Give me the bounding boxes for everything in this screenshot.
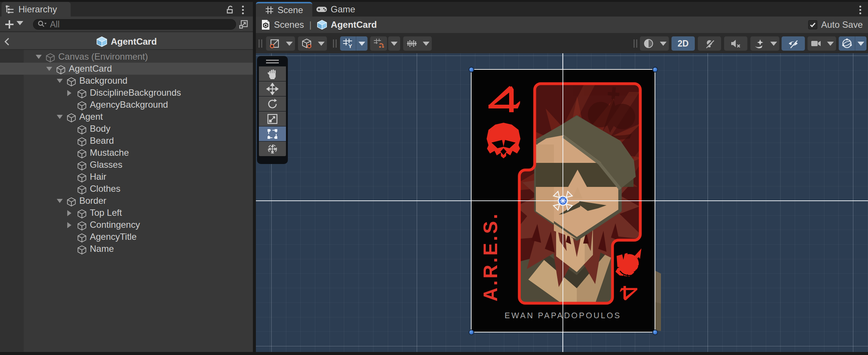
pivot-gizmo[interactable] bbox=[546, 184, 580, 218]
gameobject-cube-icon bbox=[67, 197, 76, 207]
mode-2d-button[interactable]: 2D bbox=[671, 36, 695, 51]
scene-camera-button[interactable] bbox=[808, 36, 836, 51]
gameobject-icon bbox=[77, 172, 87, 182]
scene-picker-button[interactable] bbox=[237, 18, 250, 30]
hierarchy-tab-label: Hierarchy bbox=[18, 4, 57, 15]
tree-row-body[interactable]: Body bbox=[0, 123, 253, 135]
tree-row-label: Glasses bbox=[90, 159, 122, 170]
gameobject-cube-icon bbox=[77, 137, 87, 147]
selection-handle-bl[interactable] bbox=[469, 329, 474, 335]
rotate-icon bbox=[266, 98, 278, 110]
tree-row-clothes[interactable]: Clothes bbox=[0, 183, 253, 195]
scene-viewport[interactable]: A.R.E.S. EWAN PAPADOPOULOS bbox=[256, 53, 868, 352]
toolbar-grip-right[interactable] bbox=[634, 39, 637, 48]
tree-row-agencytitle[interactable]: AgencyTitle bbox=[0, 231, 253, 243]
gizmos-button[interactable] bbox=[839, 36, 866, 51]
scene-asset-icon bbox=[261, 19, 271, 30]
picker-icon bbox=[238, 19, 249, 30]
orientation-caret-icon bbox=[318, 42, 325, 46]
tool-handle-position-button[interactable] bbox=[266, 36, 295, 51]
tree-row-glasses[interactable]: Glasses bbox=[0, 159, 253, 171]
tree-row-label: Canvas (Environment) bbox=[58, 51, 148, 62]
gameobject-icon bbox=[77, 124, 87, 134]
tab-scene[interactable]: Scene bbox=[256, 2, 312, 17]
tree-row-agentcard[interactable]: AgentCard bbox=[0, 63, 253, 75]
tree-row-mustache[interactable]: Mustache bbox=[0, 147, 253, 159]
selection-handle-br[interactable] bbox=[652, 329, 658, 335]
increment-caret-icon bbox=[423, 42, 429, 46]
tree-row-label: AgencyTitle bbox=[90, 232, 137, 242]
tree-row-canvas-environment-[interactable]: Canvas (Environment) bbox=[0, 51, 253, 63]
tree-row-contingency[interactable]: Contingency bbox=[0, 219, 253, 231]
tree-row-label: Border bbox=[79, 196, 106, 206]
foldout-arrow-icon[interactable] bbox=[46, 67, 52, 71]
toolbar-grip-mid[interactable] bbox=[333, 39, 337, 48]
gameobject-icon bbox=[77, 208, 87, 218]
snap-magnet-icon bbox=[373, 38, 384, 49]
add-object-caret[interactable] bbox=[17, 21, 23, 25]
auto-save-checkbox[interactable] bbox=[808, 20, 817, 29]
tab-hierarchy[interactable]: Hierarchy bbox=[2, 2, 71, 17]
foldout-arrow-icon[interactable] bbox=[67, 90, 71, 96]
draw-mode-caret-icon bbox=[660, 42, 667, 46]
tree-row-label: Hair bbox=[90, 171, 106, 182]
lock-icon[interactable] bbox=[225, 5, 235, 15]
tree-row-agent[interactable]: Agent bbox=[0, 111, 253, 123]
hierarchy-icon bbox=[5, 5, 15, 14]
draw-mode-button[interactable] bbox=[640, 36, 669, 51]
tree-row-agencybackground[interactable]: AgencyBackground bbox=[0, 99, 253, 111]
selection-handle-tr[interactable] bbox=[652, 67, 658, 72]
toolbar-grip-left[interactable] bbox=[259, 39, 262, 48]
gameobject-icon bbox=[77, 244, 87, 254]
scene-audio-button[interactable] bbox=[724, 36, 747, 51]
foldout-arrow-icon[interactable] bbox=[67, 222, 71, 228]
tree-row-beard[interactable]: Beard bbox=[0, 135, 253, 147]
effects-caret-icon bbox=[770, 42, 777, 46]
tool-transform[interactable] bbox=[259, 141, 286, 156]
gameobject-icon bbox=[77, 88, 87, 98]
add-object-button[interactable] bbox=[4, 19, 15, 30]
effects-button[interactable] bbox=[750, 36, 779, 51]
rect-tool-icon bbox=[266, 128, 278, 140]
auto-save-toggle[interactable]: Auto Save bbox=[808, 17, 863, 33]
gameobject-cube-icon bbox=[77, 221, 87, 231]
selection-handle-tl[interactable] bbox=[469, 67, 474, 72]
foldout-arrow-icon[interactable] bbox=[57, 115, 63, 119]
panel-divider[interactable] bbox=[253, 0, 256, 355]
gameobject-icon bbox=[77, 100, 87, 110]
foldout-arrow-icon[interactable] bbox=[57, 199, 63, 203]
scene-visibility-button[interactable] bbox=[782, 36, 805, 51]
breadcrumb-current[interactable]: AgentCard bbox=[331, 20, 377, 30]
transform-icon bbox=[266, 143, 278, 155]
foldout-arrow-icon[interactable] bbox=[36, 55, 42, 59]
tree-row-name[interactable]: Name bbox=[0, 243, 253, 255]
snap-toggle-button[interactable] bbox=[370, 36, 387, 51]
tool-scale[interactable] bbox=[259, 111, 286, 126]
hierarchy-menu-button[interactable] bbox=[239, 5, 246, 15]
tree-row-hair[interactable]: Hair bbox=[0, 171, 253, 183]
foldout-arrow-icon[interactable] bbox=[57, 79, 63, 83]
scene-menu-button[interactable] bbox=[856, 5, 864, 15]
scene-lighting-button[interactable] bbox=[698, 36, 721, 51]
foldout-arrow-icon[interactable] bbox=[67, 210, 71, 216]
breadcrumb-scenes[interactable]: Scenes bbox=[274, 20, 304, 30]
snap-caret-button[interactable] bbox=[388, 36, 400, 51]
gameobject-cube-icon bbox=[45, 53, 55, 63]
tool-move[interactable] bbox=[259, 81, 286, 96]
tool-handle-rotation-button[interactable] bbox=[298, 36, 327, 51]
tool-rect[interactable] bbox=[259, 126, 286, 141]
hierarchy-panel: Hierarchy All bbox=[0, 2, 253, 352]
snap-increment-button[interactable] bbox=[403, 36, 432, 51]
tree-row-top-left[interactable]: Top Left bbox=[0, 207, 253, 219]
svg-text:Y: Y bbox=[348, 43, 352, 49]
tree-row-disciplinebackgrounds[interactable]: DisciplineBackgrounds bbox=[0, 87, 253, 99]
tool-view-hand[interactable] bbox=[259, 66, 286, 81]
tree-row-border[interactable]: Border bbox=[0, 195, 253, 207]
tree-row-background[interactable]: Background bbox=[0, 75, 253, 87]
eye-hidden-icon bbox=[787, 38, 799, 49]
grid-visibility-button[interactable]: Y bbox=[340, 36, 367, 51]
tool-rotate[interactable] bbox=[259, 96, 286, 111]
tab-game[interactable]: Game bbox=[316, 2, 365, 17]
search-input[interactable]: All bbox=[33, 19, 236, 30]
palette-grip[interactable] bbox=[266, 60, 279, 63]
